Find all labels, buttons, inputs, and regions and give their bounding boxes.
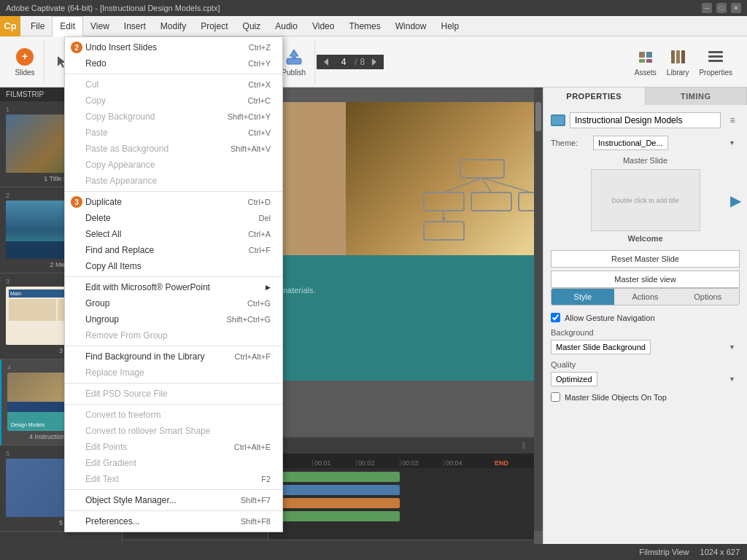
reset-master-slide-button[interactable]: Reset Master Slide: [551, 250, 740, 268]
new-slides-button[interactable]: + Slides: [10, 43, 39, 81]
master-preview-row: Double click to add title ▶: [551, 169, 740, 231]
assets-button[interactable]: Assets: [630, 43, 661, 81]
edit-gradient-label: Edit Gradient: [85, 458, 136, 468]
prev-slide-icon: [321, 56, 333, 68]
menu-item-edit-points[interactable]: Edit Points Ctrl+Alt+E: [65, 439, 282, 455]
menu-project[interactable]: Project: [193, 16, 235, 36]
theme-select[interactable]: Instructional_De...: [593, 136, 668, 150]
menu-item-cut[interactable]: Cut Ctrl+X: [65, 77, 282, 93]
menu-help[interactable]: Help: [433, 16, 466, 36]
copy-appearance-label: Copy Appearance: [85, 160, 155, 170]
quality-section: Quality Optimized: [551, 360, 740, 386]
menu-item-find-bg[interactable]: Find Background in the Library Ctrl+Alt+…: [65, 349, 282, 365]
menu-item-paste[interactable]: Paste Ctrl+V: [65, 125, 282, 141]
master-expand-button[interactable]: ▶: [730, 192, 741, 209]
menu-item-undo[interactable]: 2 Undo Insert Slides Ctrl+Z: [65, 39, 282, 55]
svg-rect-19: [639, 52, 645, 58]
menu-item-replace-image[interactable]: Replace Image: [65, 365, 282, 381]
master-objects-checkbox[interactable]: [551, 392, 560, 402]
master-slide-preview[interactable]: Double click to add title: [591, 169, 700, 231]
menu-item-group[interactable]: Group Ctrl+G: [65, 295, 282, 311]
panel-menu-button[interactable]: ≡: [725, 113, 740, 128]
gesture-nav-checkbox[interactable]: [551, 313, 560, 322]
menu-item-select-all[interactable]: Select All Ctrl+A: [65, 226, 282, 242]
library-button[interactable]: Library: [662, 43, 694, 81]
menu-item-preferences[interactable]: Preferences... Shift+F8: [65, 513, 282, 529]
menu-item-object-style[interactable]: Object Style Manager... Shift+F7: [65, 492, 282, 508]
menu-item-paste-bg[interactable]: Paste as Background Shift+Alt+V: [65, 141, 282, 157]
redo-label: Redo: [85, 58, 107, 69]
menu-audio[interactable]: Audio: [268, 16, 305, 36]
sep6: [65, 404, 282, 405]
tab-style[interactable]: Style: [551, 289, 614, 305]
ungroup-label: Ungroup: [85, 314, 119, 324]
gesture-nav-row: Allow Gesture Navigation: [551, 313, 740, 322]
end-marker: END: [495, 459, 508, 467]
menu-window[interactable]: Window: [388, 16, 434, 36]
cut-label: Cut: [85, 79, 99, 90]
menu-item-ungroup[interactable]: Ungroup Shift+Ctrl+G: [65, 311, 282, 327]
minimize-button[interactable]: ─: [702, 3, 712, 13]
master-slide-view-button[interactable]: Master slide view: [551, 271, 740, 288]
menu-item-edit-ppt[interactable]: Edit with Microsoft® PowerPoint: [65, 279, 282, 295]
svg-rect-25: [681, 50, 685, 63]
timeline-ruler: 00:01 00:02 00:03 00:04 END: [268, 454, 534, 468]
menu-edit[interactable]: Edit: [52, 16, 83, 36]
vertical-scrollbar[interactable]: [534, 88, 543, 531]
convert-rollover-label: Convert to rollover Smart Shape: [85, 426, 210, 436]
menu-item-edit-text[interactable]: Edit Text F2: [65, 471, 282, 487]
menu-item-edit-gradient[interactable]: Edit Gradient: [65, 455, 282, 471]
menu-insert[interactable]: Insert: [117, 16, 153, 36]
close-button[interactable]: ✕: [731, 3, 741, 13]
svg-rect-30: [424, 192, 464, 211]
tab-actions[interactable]: Actions: [614, 289, 677, 305]
action-buttons: Reset Master Slide Master slide view: [551, 250, 740, 288]
menu-item-delete[interactable]: Delete Del: [65, 210, 282, 226]
scrollbar-thumb-v[interactable]: [535, 102, 541, 131]
master-objects-label: Master Slide Objects On Top: [565, 393, 667, 402]
tab-timing[interactable]: TIMING: [646, 88, 748, 105]
menu-item-convert-rollover[interactable]: Convert to rollover Smart Shape: [65, 423, 282, 439]
edit-text-shortcut: F2: [261, 475, 271, 483]
paste-label: Paste: [85, 128, 108, 138]
group-shortcut: Ctrl+G: [247, 299, 271, 308]
track-row-2: [268, 496, 534, 508]
background-select[interactable]: Master Slide Background: [551, 340, 651, 354]
svg-rect-29: [460, 160, 504, 178]
svg-rect-20: [646, 52, 652, 58]
timeline-expand-icon[interactable]: ⬆: [519, 440, 528, 451]
delete-label: Delete: [85, 213, 111, 223]
svg-marker-18: [372, 58, 376, 66]
properties-button[interactable]: Properties: [694, 43, 737, 81]
menu-view[interactable]: View: [83, 16, 117, 36]
track-row-1: [268, 483, 534, 494]
menu-item-edit-psd[interactable]: Edit PSD Source File: [65, 386, 282, 402]
menu-themes[interactable]: Themes: [341, 16, 387, 36]
quality-select[interactable]: Optimized: [551, 372, 597, 386]
menu-item-copy[interactable]: Copy Ctrl+C: [65, 93, 282, 109]
menu-item-copy-bg[interactable]: Copy Background Shift+Ctrl+Y: [65, 109, 282, 125]
tab-options[interactable]: Options: [676, 289, 739, 305]
object-style-label: Object Style Manager...: [85, 495, 177, 505]
edit-text-label: Edit Text: [85, 474, 119, 484]
maximize-button[interactable]: □: [716, 3, 727, 13]
view-label: Filmstrip View: [639, 548, 689, 556]
menu-item-copy-appearance[interactable]: Copy Appearance: [65, 157, 282, 173]
menu-item-copy-all[interactable]: Copy All Items: [65, 258, 282, 274]
sep5: [65, 383, 282, 384]
menu-file[interactable]: File: [23, 16, 52, 36]
menu-item-find-replace[interactable]: Find and Replace Ctrl+F: [65, 242, 282, 258]
menu-quiz[interactable]: Quiz: [236, 16, 268, 36]
menu-item-remove-group[interactable]: Remove From Group: [65, 327, 282, 343]
menu-video[interactable]: Video: [305, 16, 341, 36]
track-bar-0: [268, 472, 400, 482]
menu-item-paste-appearance[interactable]: Paste Appearance: [65, 173, 282, 189]
menu-item-redo[interactable]: Redo Ctrl+Y: [65, 55, 282, 71]
tab-properties[interactable]: PROPERTIES: [543, 88, 646, 105]
menu-modify[interactable]: Modify: [153, 16, 193, 36]
slide-title-input[interactable]: [570, 112, 721, 128]
menu-item-duplicate[interactable]: 3 Duplicate Ctrl+D: [65, 194, 282, 210]
menu-item-convert-free[interactable]: Convert to freeform: [65, 407, 282, 423]
properties-icon: [705, 47, 726, 67]
slide-number-input[interactable]: [336, 57, 352, 67]
